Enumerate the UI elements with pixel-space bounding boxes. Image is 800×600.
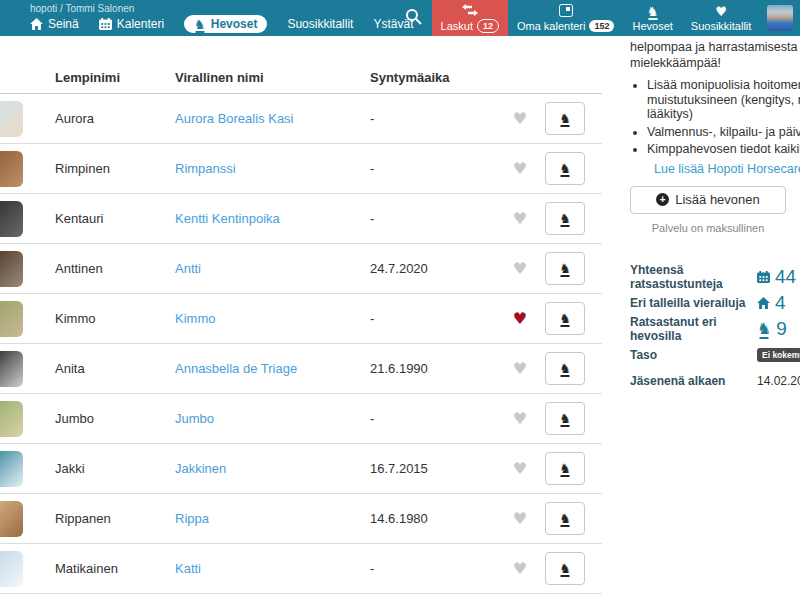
table-row: AnitaAnnasbella de Triage21.6.1990♥♞ — [0, 344, 602, 394]
feature-bullet: Valmennus-, kilpailu- ja päiväkirjamer — [647, 125, 800, 140]
horse-thumbnail[interactable] — [0, 451, 23, 487]
nav-item-hevoset[interactable]: ♞Hevoset — [184, 15, 267, 33]
horse-statue-icon: ♞ — [559, 262, 571, 275]
search-button[interactable] — [395, 0, 432, 36]
favorite-heart-icon[interactable]: ♥ — [513, 559, 527, 578]
horse-thumbnail[interactable] — [0, 101, 23, 137]
horse-profile-button[interactable]: ♞ — [545, 302, 585, 335]
favorite-heart-icon[interactable]: ♥ — [513, 159, 527, 178]
horse-icon: ♞ — [194, 18, 206, 31]
official-name-link[interactable]: Kentti Kentinpoika — [175, 211, 280, 226]
horse-thumbnail[interactable] — [0, 501, 23, 537]
official-name-link[interactable]: Kimmo — [175, 311, 215, 326]
level-badge: Ei kokemu — [757, 348, 800, 362]
nav-item-seina[interactable]: Seinä — [30, 17, 79, 31]
horse-profile-button[interactable]: ♞ — [545, 402, 585, 435]
official-name-link[interactable]: Annasbella de Triage — [175, 361, 297, 376]
favorite-heart-icon[interactable]: ♥ — [513, 409, 527, 428]
topbar-right-nav: Laskut 12 Oma kalenteri 152 ♞ Hevoset ♥ … — [395, 0, 800, 36]
stat-label: Eri talleilla vierailuja — [630, 296, 757, 310]
birthdate-cell: 21.6.1990 — [370, 361, 495, 376]
favorite-heart-icon[interactable]: ♥ — [513, 259, 527, 278]
horse-profile-button[interactable]: ♞ — [545, 152, 585, 185]
search-icon — [405, 8, 422, 29]
stat-value: 4 — [775, 292, 786, 314]
official-name-link[interactable]: Jumbo — [175, 411, 214, 426]
nav-item-laskut[interactable]: Laskut 12 — [432, 0, 508, 36]
horse-thumbnail[interactable] — [0, 151, 23, 187]
nav-item-oma-kalenteri[interactable]: Oma kalenteri 152 — [508, 0, 624, 36]
nav-item-kalenteri[interactable]: Kalenteri — [99, 17, 164, 31]
stat-row: Eri talleilla vierailuja4 — [630, 290, 800, 316]
laskut-count-badge: 12 — [477, 19, 499, 34]
nav-item-label: Seinä — [48, 17, 79, 31]
horsecare-link[interactable]: Lue lisää Hopoti Horsecaresta! — [654, 162, 800, 176]
sidebar-intro-text: helpompaa ja harrastamisesta mielekkäämp… — [630, 39, 800, 71]
horse-statue-icon: ♞ — [559, 162, 571, 175]
birthdate-cell: 14.6.1980 — [370, 511, 495, 526]
oma-kalenteri-icon — [559, 4, 573, 18]
nickname-cell: Jumbo — [55, 411, 175, 426]
table-row: RimpinenRimpanssi-♥♞ — [0, 144, 602, 194]
table-row: JakkiJakkinen16.7.2015♥♞ — [0, 444, 602, 494]
horse-thumbnail[interactable] — [0, 401, 23, 437]
official-name-link[interactable]: Aurora Borealis Kasi — [175, 111, 294, 126]
favorite-heart-icon[interactable]: ♥ — [513, 309, 527, 328]
stat-label: Yhteensä ratsastustunteja — [630, 263, 757, 291]
column-header-syntymaaika: Syntymäaika — [370, 70, 495, 85]
table-row: RippanenRippa14.6.1980♥♞ — [0, 494, 602, 544]
table-row: MatikainenKatti-♥♞ — [0, 544, 602, 594]
table-row: AuroraAurora Borealis Kasi-♥♞ — [0, 94, 602, 144]
right-sidebar: helpompaa ja harrastamisesta mielekkäämp… — [630, 36, 800, 394]
horse-profile-button[interactable]: ♞ — [545, 252, 585, 285]
official-name-link[interactable]: Jakkinen — [175, 461, 226, 476]
horse-profile-button[interactable]: ♞ — [545, 502, 585, 535]
official-name-link[interactable]: Antti — [175, 261, 201, 276]
horse-statue-icon: ♞ — [559, 362, 571, 375]
horse-profile-button[interactable]: ♞ — [545, 552, 585, 585]
nav-item-hevoset-right[interactable]: ♞ Hevoset — [623, 0, 681, 36]
favorite-heart-icon[interactable]: ♥ — [513, 209, 527, 228]
calendar-icon — [99, 18, 112, 30]
horse-statue-icon: ♞ — [559, 212, 571, 225]
horse-statue-icon: ♞ — [559, 112, 571, 125]
horse-thumbnail[interactable] — [0, 551, 23, 587]
horse-table: Lempinimi Virallinen nimi Syntymäaika Au… — [0, 36, 602, 600]
official-name-link[interactable]: Katti — [175, 561, 201, 576]
horse-thumbnail[interactable] — [0, 201, 23, 237]
add-horse-button[interactable]: + Lisää hevonen — [630, 186, 786, 214]
table-row: JumboJumbo-♥♞ — [0, 394, 602, 444]
stat-value: 14.02.20 — [757, 374, 800, 388]
nav-item-label: Hevoset — [211, 17, 258, 31]
add-horse-label: Lisää hevonen — [675, 192, 760, 207]
horse-statue-icon: ♞ — [559, 512, 571, 525]
nav-item-suosikkitallit-right[interactable]: ♥ Suosikkitallit — [682, 0, 761, 36]
table-row: KimmoKimmo-♥♞ — [0, 294, 602, 344]
horse-profile-button[interactable]: ♞ — [545, 102, 585, 135]
horse-profile-button[interactable]: ♞ — [545, 202, 585, 235]
official-name-link[interactable]: Rippa — [175, 511, 209, 526]
rider-stats: Yhteensä ratsastustunteja44Eri talleilla… — [630, 264, 800, 394]
official-name-link[interactable]: Rimpanssi — [175, 161, 236, 176]
column-header-lempinimi: Lempinimi — [55, 70, 175, 85]
horse-thumbnail[interactable] — [0, 351, 23, 387]
favorite-heart-icon[interactable]: ♥ — [513, 109, 527, 128]
user-avatar[interactable] — [767, 5, 793, 31]
hevoset-right-label: Hevoset — [632, 20, 672, 32]
table-row: ♥♞ — [0, 594, 602, 600]
feature-bullet-list: Lisää monipuolisia hoitomerkintöjä muist… — [630, 78, 800, 157]
horse-thumbnail[interactable] — [0, 251, 23, 287]
laskut-label: Laskut — [441, 20, 473, 32]
calendar-icon — [757, 271, 770, 283]
nav-item-suosikkitallit[interactable]: Suosikkitallit — [287, 17, 353, 31]
horse-profile-button[interactable]: ♞ — [545, 452, 585, 485]
favorite-heart-icon[interactable]: ♥ — [513, 509, 527, 528]
favorite-heart-icon[interactable]: ♥ — [513, 459, 527, 478]
birthdate-cell: - — [370, 211, 495, 226]
horse-thumbnail[interactable] — [0, 301, 23, 337]
horse-statue-icon: ♞ — [559, 462, 571, 475]
horse-profile-button[interactable]: ♞ — [545, 352, 585, 385]
favorite-heart-icon[interactable]: ♥ — [513, 359, 527, 378]
stat-value: 44 — [775, 266, 796, 288]
main-content: Lempinimi Virallinen nimi Syntymäaika Au… — [0, 36, 800, 600]
